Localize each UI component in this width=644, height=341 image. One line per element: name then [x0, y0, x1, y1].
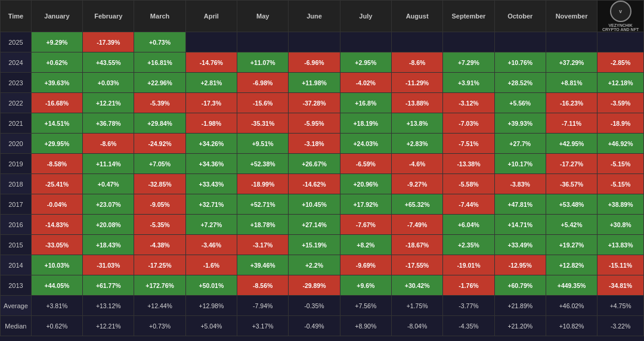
- value-cell: +50.01%: [185, 275, 237, 296]
- value-cell: +13.8%: [391, 113, 442, 134]
- year-cell: 2020: [1, 134, 32, 154]
- average-value: +3.81%: [31, 296, 82, 316]
- value-cell: +16.81%: [134, 52, 185, 73]
- data-row: 2022-16.68%+12.21%-5.39%-17.3%-15.6%-37.…: [1, 93, 644, 113]
- header-july: July: [340, 1, 391, 32]
- value-cell: +18.78%: [237, 215, 289, 235]
- value-cell: +26.67%: [289, 154, 340, 174]
- value-cell: [494, 32, 546, 52]
- value-cell: -1.6%: [185, 255, 237, 275]
- value-cell: +2.81%: [185, 73, 237, 93]
- average-value: -7.94%: [237, 296, 289, 316]
- header-march: March: [134, 1, 185, 32]
- header-time: Time: [1, 1, 32, 32]
- data-row: 2024+0.62%+43.55%+16.81%-14.76%+11.07%-6…: [1, 52, 644, 73]
- value-cell: +11.07%: [237, 52, 289, 73]
- value-cell: -31.03%: [83, 255, 134, 275]
- data-row: 2020+29.95%-8.6%-24.92%+34.26%+9.51%-3.1…: [1, 134, 644, 154]
- value-cell: -4.02%: [340, 73, 391, 93]
- value-cell: +29.84%: [134, 113, 185, 134]
- value-cell: +2.83%: [391, 134, 442, 154]
- value-cell: +7.29%: [443, 52, 494, 73]
- value-cell: +61.77%: [83, 275, 134, 296]
- value-cell: -29.89%: [289, 275, 340, 296]
- value-cell: -37.28%: [289, 93, 340, 113]
- average-value: +4.75%: [597, 296, 644, 316]
- value-cell: +39.63%: [31, 73, 82, 93]
- data-row: 2023+39.63%+0.03%+22.96%+2.81%-6.98%+11.…: [1, 73, 644, 93]
- value-cell: +14.51%: [31, 113, 82, 134]
- value-cell: -17.3%: [185, 93, 237, 113]
- value-cell: -7.67%: [340, 215, 391, 235]
- header-april: April: [185, 1, 237, 32]
- value-cell: [340, 32, 391, 52]
- data-row: 2018-25.41%+0.47%-32.85%+33.43%-18.99%-1…: [1, 174, 644, 194]
- value-cell: -3.46%: [185, 235, 237, 255]
- year-cell: 2017: [1, 194, 32, 215]
- value-cell: +32.71%: [185, 194, 237, 215]
- header-row: TimeJanuaryFebruaryMarchAprilMayJuneJuly…: [1, 1, 644, 32]
- average-value: -0.35%: [289, 296, 340, 316]
- logo-text: VEZYNCHIKCRYPTO AND NFT: [602, 23, 639, 32]
- value-cell: -18.99%: [237, 174, 289, 194]
- value-cell: -5.15%: [597, 154, 644, 174]
- value-cell: -6.96%: [289, 52, 340, 73]
- value-cell: +60.79%: [494, 275, 546, 296]
- data-row: 2021+14.51%+36.78%+29.84%-1.98%-35.31%-5…: [1, 113, 644, 134]
- value-cell: [391, 32, 442, 52]
- value-cell: -8.58%: [31, 154, 82, 174]
- header-august: August: [391, 1, 442, 32]
- value-cell: -33.05%: [31, 235, 82, 255]
- value-cell: +22.96%: [134, 73, 185, 93]
- value-cell: -5.35%: [134, 215, 185, 235]
- year-cell: 2015: [1, 235, 32, 255]
- average-value: +12.98%: [185, 296, 237, 316]
- value-cell: -9.05%: [134, 194, 185, 215]
- value-cell: -34.81%: [597, 275, 644, 296]
- value-cell: -17.55%: [391, 255, 442, 275]
- value-cell: [237, 32, 289, 52]
- value-cell: -4.6%: [391, 154, 442, 174]
- value-cell: -17.39%: [83, 32, 134, 52]
- value-cell: +8.2%: [340, 235, 391, 255]
- value-cell: +12.21%: [83, 93, 134, 113]
- value-cell: +30.42%: [391, 275, 442, 296]
- header-november: November: [546, 1, 597, 32]
- value-cell: -14.83%: [31, 215, 82, 235]
- median-row: Median+0.62%+12.21%+0.73%+5.04%+3.17%-0.…: [1, 316, 644, 336]
- logo-circle: V: [610, 1, 631, 22]
- value-cell: +16.8%: [340, 93, 391, 113]
- value-cell: -9.69%: [340, 255, 391, 275]
- average-label: Average: [1, 296, 32, 316]
- average-value: +13.12%: [83, 296, 134, 316]
- value-cell: +24.03%: [340, 134, 391, 154]
- value-cell: -5.39%: [134, 93, 185, 113]
- value-cell: -7.03%: [443, 113, 494, 134]
- value-cell: +18.43%: [83, 235, 134, 255]
- value-cell: +44.05%: [31, 275, 82, 296]
- average-value: +7.56%: [340, 296, 391, 316]
- header-january: January: [31, 1, 82, 32]
- median-value: +12.21%: [83, 316, 134, 336]
- value-cell: +0.03%: [83, 73, 134, 93]
- value-cell: -1.98%: [185, 113, 237, 134]
- value-cell: +20.08%: [83, 215, 134, 235]
- value-cell: -18.67%: [391, 235, 442, 255]
- value-cell: -17.25%: [134, 255, 185, 275]
- value-cell: -3.59%: [597, 93, 644, 113]
- value-cell: -18.9%: [597, 113, 644, 134]
- value-cell: +172.76%: [134, 275, 185, 296]
- value-cell: +11.98%: [289, 73, 340, 93]
- value-cell: +19.27%: [546, 235, 597, 255]
- year-cell: 2013: [1, 275, 32, 296]
- median-value: -4.35%: [443, 316, 494, 336]
- header-june: June: [289, 1, 340, 32]
- value-cell: +9.29%: [31, 32, 82, 52]
- value-cell: +52.38%: [237, 154, 289, 174]
- main-container: TimeJanuaryFebruaryMarchAprilMayJuneJuly…: [0, 0, 644, 341]
- average-value: +1.75%: [391, 296, 442, 316]
- value-cell: -16.68%: [31, 93, 82, 113]
- median-value: +8.90%: [340, 316, 391, 336]
- value-cell: +10.76%: [494, 52, 546, 73]
- median-value: +10.82%: [546, 316, 597, 336]
